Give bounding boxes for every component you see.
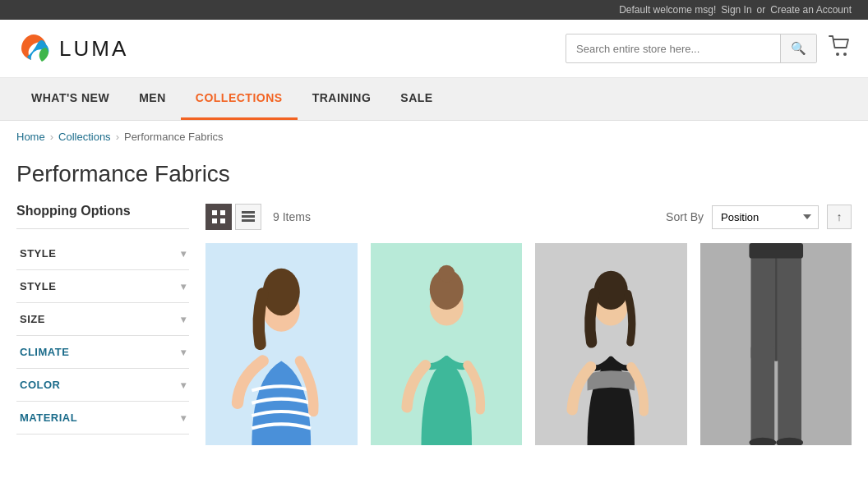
breadcrumb: Home › Collections › Performance Fabrics — [0, 121, 868, 153]
nav-item-sale[interactable]: Sale — [386, 78, 447, 117]
nav-item-training[interactable]: Training — [298, 78, 386, 117]
product-grid — [205, 243, 852, 445]
header: LUMA 🔍 — [0, 20, 868, 78]
filter-item: STYLE▾ — [16, 237, 189, 270]
header-right: 🔍 — [566, 34, 852, 63]
logo-text: LUMA — [59, 36, 128, 62]
product-card[interactable] — [371, 243, 523, 445]
sort-direction-button[interactable]: ↑ — [827, 205, 852, 229]
svg-point-2 — [843, 53, 847, 56]
filter-header-climate[interactable]: CLIMATE▾ — [16, 336, 189, 368]
product-image — [371, 243, 523, 445]
chevron-down-icon: ▾ — [181, 248, 187, 260]
svg-rect-4 — [220, 210, 225, 215]
sort-select[interactable]: Position Product Name Price — [712, 205, 819, 229]
logo[interactable]: LUMA — [16, 31, 128, 66]
page-title: Performance Fabrics — [0, 153, 868, 204]
filter-header-material[interactable]: MATERIAL▾ — [16, 402, 189, 434]
filter-label: CLIMATE — [20, 346, 69, 358]
toolbar: 9 Items Sort By Position Product Name Pr… — [205, 204, 852, 230]
product-area: 9 Items Sort By Position Product Name Pr… — [205, 204, 852, 445]
breadcrumb-current: Performance Fabrics — [124, 131, 224, 143]
svg-rect-3 — [212, 210, 217, 215]
chevron-down-icon: ▾ — [181, 347, 187, 358]
view-toggle — [205, 204, 261, 230]
top-bar: Default welcome msg! Sign In or Create a… — [0, 0, 868, 20]
svg-point-16 — [594, 271, 628, 310]
product-figure — [535, 243, 687, 445]
welcome-message: Default welcome msg! — [619, 4, 716, 16]
main-content: Shopping Options STYLE▾STYLE▾SIZE▾CLIMAT… — [0, 204, 868, 462]
chevron-down-icon: ▾ — [181, 281, 187, 292]
breadcrumb-collections[interactable]: Collections — [58, 131, 111, 143]
filter-label: STYLE — [20, 280, 56, 292]
filter-label: MATERIAL — [20, 412, 77, 424]
product-image — [700, 243, 852, 445]
svg-rect-20 — [778, 344, 801, 445]
grid-icon — [212, 210, 225, 223]
or-separator: or — [757, 4, 766, 16]
filter-label: SIZE — [20, 313, 45, 325]
product-figure — [205, 243, 358, 445]
svg-rect-8 — [242, 215, 255, 218]
filter-header-style[interactable]: STYLE▾ — [16, 237, 189, 269]
product-card[interactable] — [700, 243, 852, 445]
search-input[interactable] — [566, 36, 780, 62]
breadcrumb-sep2: › — [116, 131, 119, 143]
cart-icon — [829, 35, 852, 57]
svg-rect-9 — [242, 219, 255, 222]
toolbar-left: 9 Items — [205, 204, 311, 230]
sort-label: Sort By — [666, 210, 704, 223]
chevron-down-icon: ▾ — [181, 412, 187, 424]
nav-item-men[interactable]: Men — [124, 78, 181, 117]
product-card[interactable] — [535, 243, 687, 445]
filter-item: MATERIAL▾ — [16, 402, 189, 435]
logo-icon — [16, 31, 51, 66]
product-image — [205, 243, 358, 445]
toolbar-right: Sort By Position Product Name Price ↑ — [666, 205, 852, 229]
product-image — [535, 243, 687, 445]
breadcrumb-sep1: › — [50, 131, 53, 143]
nav-item-collections[interactable]: Collections — [181, 78, 298, 120]
product-figure — [371, 243, 523, 445]
nav-item-what's-new[interactable]: What's New — [16, 78, 124, 117]
create-account-link[interactable]: Create an Account — [770, 4, 852, 16]
filter-label: COLOR — [20, 379, 60, 391]
chevron-down-icon: ▾ — [181, 379, 187, 391]
main-nav: What's NewMenCollectionsTrainingSale — [0, 78, 868, 121]
items-count: 9 Items — [273, 210, 311, 223]
filter-item: STYLE▾ — [16, 270, 189, 303]
search-bar: 🔍 — [566, 34, 817, 63]
svg-rect-6 — [220, 218, 225, 223]
signin-link[interactable]: Sign In — [721, 4, 751, 16]
cart-button[interactable] — [829, 35, 852, 62]
product-card[interactable] — [205, 243, 358, 445]
svg-rect-5 — [212, 218, 217, 223]
view-grid-button[interactable] — [205, 204, 232, 230]
chevron-down-icon: ▾ — [181, 314, 187, 325]
filter-item: CLIMATE▾ — [16, 336, 189, 369]
list-icon — [242, 210, 255, 223]
breadcrumb-home[interactable]: Home — [16, 131, 45, 143]
filter-label: STYLE — [20, 247, 56, 260]
filter-header-style[interactable]: STYLE▾ — [16, 270, 189, 302]
filter-item: COLOR▾ — [16, 369, 189, 402]
view-list-button[interactable] — [235, 204, 261, 230]
svg-point-1 — [836, 53, 839, 56]
sidebar: Shopping Options STYLE▾STYLE▾SIZE▾CLIMAT… — [16, 204, 189, 445]
filter-header-color[interactable]: COLOR▾ — [16, 369, 189, 401]
search-button[interactable]: 🔍 — [780, 34, 816, 62]
svg-rect-7 — [242, 211, 255, 214]
svg-point-14 — [438, 265, 455, 283]
product-figure — [700, 243, 852, 445]
filter-header-size[interactable]: SIZE▾ — [16, 303, 189, 335]
filter-list: STYLE▾STYLE▾SIZE▾CLIMATE▾COLOR▾MATERIAL▾ — [16, 237, 189, 435]
svg-rect-21 — [749, 243, 803, 258]
svg-rect-19 — [750, 344, 774, 445]
sidebar-title: Shopping Options — [16, 204, 189, 229]
filter-item: SIZE▾ — [16, 303, 189, 336]
